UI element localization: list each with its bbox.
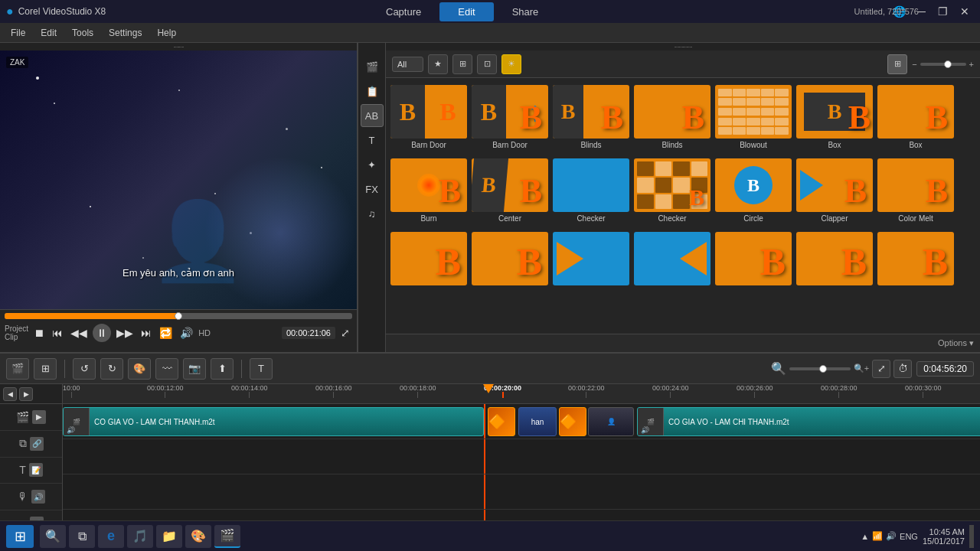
menu-help[interactable]: Help <box>149 25 184 41</box>
effects-filter-dropdown[interactable]: All <box>392 57 423 72</box>
effect-checker-1[interactable]: Checker <box>553 156 629 225</box>
expand-button[interactable]: ⤢ <box>338 325 352 341</box>
effects-toolbar: All ★ ⊞ ⊡ ☀ ⊞ − + <box>386 51 980 78</box>
effect-checker-2[interactable]: B Checker <box>634 156 710 225</box>
effect-barn-door-1[interactable]: B B Barn Door <box>390 83 467 152</box>
effect-color-melt[interactable]: B Color Melt <box>877 156 954 225</box>
tl-prev-keyframe-btn[interactable]: ◀ <box>3 387 17 401</box>
effect-blowout[interactable]: Blowout <box>715 83 792 152</box>
tl-zoom-out-btn[interactable]: 🔍 <box>771 361 786 376</box>
pause-button[interactable]: ⏸ <box>93 324 111 342</box>
tray-arrow-icon[interactable]: ▲ <box>861 532 869 541</box>
clip-video-right[interactable]: 🎬 CO GIA VO - LAM CHI THANH.m2t 🔊 <box>637 407 980 436</box>
effect-row3-5[interactable]: B <box>715 230 792 290</box>
tray-volume-icon[interactable]: 🔊 <box>886 531 897 541</box>
favorite-icon-btn[interactable]: ★ <box>428 54 448 74</box>
effect-blinds-2[interactable]: B Blinds <box>634 83 710 152</box>
tab-share[interactable]: Share <box>494 2 557 21</box>
taskbar-app-media[interactable]: 🎵 <box>127 525 153 548</box>
sidebar-graphics-btn[interactable]: ✦ <box>361 153 384 176</box>
preview-progress-thumb[interactable] <box>175 312 182 320</box>
options-button[interactable]: Options ▾ <box>938 338 974 348</box>
tl-camera-btn[interactable]: 📷 <box>183 358 206 380</box>
clip-transition-1[interactable]: 🔶 <box>488 407 515 436</box>
effects-icon-btn1[interactable]: ⊞ <box>452 54 472 74</box>
menu-settings[interactable]: Settings <box>101 25 149 41</box>
tl-storyboard-btn[interactable]: ⊞ <box>34 358 57 380</box>
tl-fit-btn[interactable]: ⤢ <box>872 360 890 378</box>
clip-img-2[interactable]: 👤 <box>588 407 634 436</box>
effect-center[interactable]: B B Center <box>472 156 548 225</box>
tl-zoom-in-btn[interactable]: 🔍+ <box>854 364 869 373</box>
tab-capture[interactable]: Capture <box>368 2 439 21</box>
effect-circle[interactable]: B Circle <box>715 156 792 225</box>
video-track-mini: ▶ <box>32 410 46 424</box>
rewind-button[interactable]: ◀◀ <box>68 325 90 341</box>
clip-video-left[interactable]: 🎬 CO GIA VO - LAM CHI THANH.m2t 🔊 <box>63 407 484 436</box>
effects-icon-btn2[interactable]: ⊡ <box>477 54 497 74</box>
effect-clapper[interactable]: B Clapper <box>796 156 873 225</box>
start-button[interactable]: ⊞ <box>6 525 34 548</box>
preview-progress-bar[interactable] <box>5 313 352 319</box>
menu-file[interactable]: File <box>3 25 33 41</box>
tl-undo-btn[interactable]: ↺ <box>73 358 96 380</box>
effect-row3-7[interactable]: B <box>877 230 954 290</box>
effect-row3-2[interactable]: B <box>472 230 548 290</box>
sidebar-instant-project-btn[interactable]: 📋 <box>361 80 384 103</box>
effect-burn[interactable]: B Burn <box>390 156 467 225</box>
zoom-slider[interactable] <box>920 63 966 66</box>
effect-label-box-2: Box <box>909 141 922 149</box>
menu-edit[interactable]: Edit <box>33 25 64 41</box>
tl-zoom-control: 🔍 🔍+ ⤢ ⏱ <box>771 360 912 378</box>
tray-network-icon[interactable]: 📶 <box>872 531 883 541</box>
clip-transition-2[interactable]: 🔶 <box>559 407 586 436</box>
tl-redo-btn[interactable]: ↻ <box>100 358 123 380</box>
effect-row3-4[interactable] <box>634 230 710 290</box>
forward-button[interactable]: ▶▶ <box>114 325 136 341</box>
stop-button[interactable]: ⏹ <box>31 325 47 341</box>
next-frame-button[interactable]: ⏭ <box>139 325 154 341</box>
effect-box-2[interactable]: B Box <box>877 83 954 152</box>
tl-audio-btn[interactable]: 〰 <box>155 358 178 380</box>
clip-img-1[interactable]: han <box>518 407 557 436</box>
tl-color-grade-btn[interactable]: 🎨 <box>128 358 151 380</box>
show-desktop-btn[interactable] <box>969 525 974 548</box>
effect-thumb-row3-2: B <box>472 232 548 285</box>
tl-export-btn[interactable]: ⬆ <box>211 358 234 380</box>
prev-frame-button[interactable]: ⏮ <box>50 325 65 341</box>
grid-view-btn[interactable]: ⊞ <box>887 54 907 74</box>
taskbar-app-paint[interactable]: 🎨 <box>185 525 211 548</box>
effect-row3-6[interactable]: B <box>796 230 873 290</box>
sidebar-audio-btn[interactable]: ♫ <box>361 202 384 225</box>
close-button[interactable]: ✕ <box>956 4 974 19</box>
taskbar-app-taskview[interactable]: ⧉ <box>69 525 95 548</box>
effect-row3-3[interactable] <box>553 230 629 290</box>
sidebar-titles-btn[interactable]: T <box>361 129 384 152</box>
tab-edit[interactable]: Edit <box>439 2 493 21</box>
tray-lang-icon[interactable]: ENG <box>900 532 918 541</box>
effect-row3-1[interactable]: B <box>390 230 467 290</box>
zoom-out-btn[interactable]: − <box>912 60 916 69</box>
sidebar-transitions-btn[interactable]: AB <box>361 104 384 127</box>
effect-blinds-1[interactable]: B B Blinds <box>553 83 629 152</box>
effect-box-1[interactable]: B B Box <box>796 83 873 152</box>
tl-video-btn[interactable]: 🎬 <box>6 358 29 380</box>
taskbar-app-ie[interactable]: e <box>98 525 124 548</box>
tl-next-keyframe-btn[interactable]: ▶ <box>19 387 33 401</box>
tl-zoom-slider[interactable] <box>789 367 851 370</box>
taskbar-app-video[interactable]: 🎬 <box>214 525 240 548</box>
track-label-title: T 📝 <box>0 458 62 484</box>
restore-button[interactable]: ❐ <box>933 4 952 19</box>
taskbar-app-explorer[interactable]: 📁 <box>156 525 182 548</box>
volume-button[interactable]: 🔊 <box>178 325 195 341</box>
tl-title-btn[interactable]: T <box>250 358 273 380</box>
sidebar-media-btn[interactable]: 🎬 <box>361 55 384 78</box>
sidebar-fx-btn[interactable]: FX <box>361 178 384 201</box>
repeat-button[interactable]: 🔁 <box>157 325 175 341</box>
taskbar-app-search[interactable]: 🔍 <box>40 525 66 548</box>
effect-barn-door-2[interactable]: B ↑ B Barn Door <box>472 83 548 152</box>
effects-icon-btn3[interactable]: ☀ <box>501 54 521 74</box>
tl-clock-btn[interactable]: ⏱ <box>893 360 912 378</box>
zoom-in-btn[interactable]: + <box>969 60 974 69</box>
menu-tools[interactable]: Tools <box>64 25 101 41</box>
